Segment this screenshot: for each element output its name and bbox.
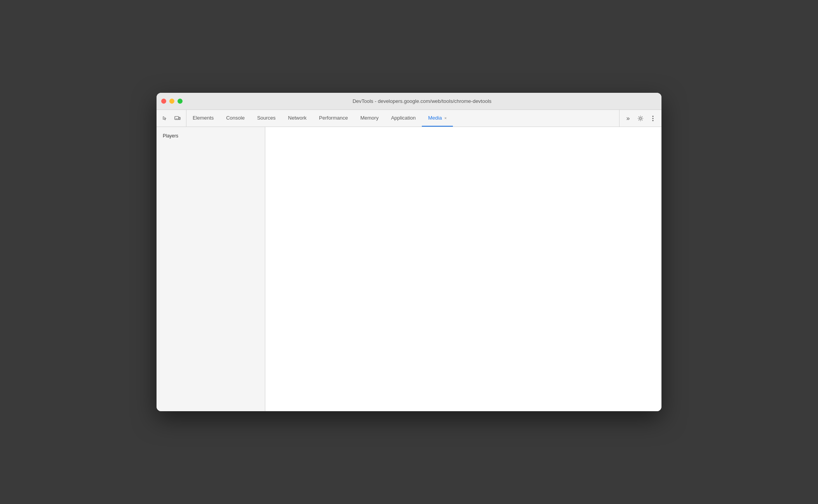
main-content: Players xyxy=(157,127,661,411)
window-title: DevTools - developers.google.com/web/too… xyxy=(187,98,657,104)
tab-elements[interactable]: Elements xyxy=(186,110,220,127)
device-toolbar-button[interactable] xyxy=(172,113,183,124)
tab-performance[interactable]: Performance xyxy=(313,110,354,127)
cursor-tool-button[interactable] xyxy=(160,113,171,124)
toolbar: Elements Console Sources Network Perform… xyxy=(157,110,661,127)
tab-network[interactable]: Network xyxy=(282,110,313,127)
toolbar-actions: » xyxy=(619,110,661,127)
tab-console[interactable]: Console xyxy=(220,110,251,127)
settings-button[interactable] xyxy=(635,113,646,124)
title-bar: DevTools - developers.google.com/web/too… xyxy=(157,93,661,110)
svg-rect-0 xyxy=(175,116,179,120)
content-area xyxy=(265,127,661,411)
more-tabs-button[interactable]: » xyxy=(623,113,634,124)
tab-media[interactable]: Media × xyxy=(422,110,453,127)
minimize-button[interactable] xyxy=(169,99,174,104)
more-options-button[interactable] xyxy=(647,113,658,124)
svg-point-3 xyxy=(640,117,642,119)
svg-rect-1 xyxy=(179,117,180,120)
players-label: Players xyxy=(157,132,265,140)
tab-media-close[interactable]: × xyxy=(444,116,447,120)
maximize-button[interactable] xyxy=(178,99,183,104)
devtools-window: DevTools - developers.google.com/web/too… xyxy=(157,93,661,411)
tab-sources[interactable]: Sources xyxy=(251,110,282,127)
svg-point-4 xyxy=(653,116,654,117)
tab-memory[interactable]: Memory xyxy=(354,110,385,127)
tab-application[interactable]: Application xyxy=(385,110,422,127)
tabs-container: Elements Console Sources Network Perform… xyxy=(186,110,619,127)
traffic-lights xyxy=(161,99,183,104)
svg-point-6 xyxy=(653,120,654,121)
toolbar-icon-group xyxy=(157,110,186,127)
svg-point-5 xyxy=(653,118,654,119)
close-button[interactable] xyxy=(161,99,166,104)
sidebar: Players xyxy=(157,127,265,411)
